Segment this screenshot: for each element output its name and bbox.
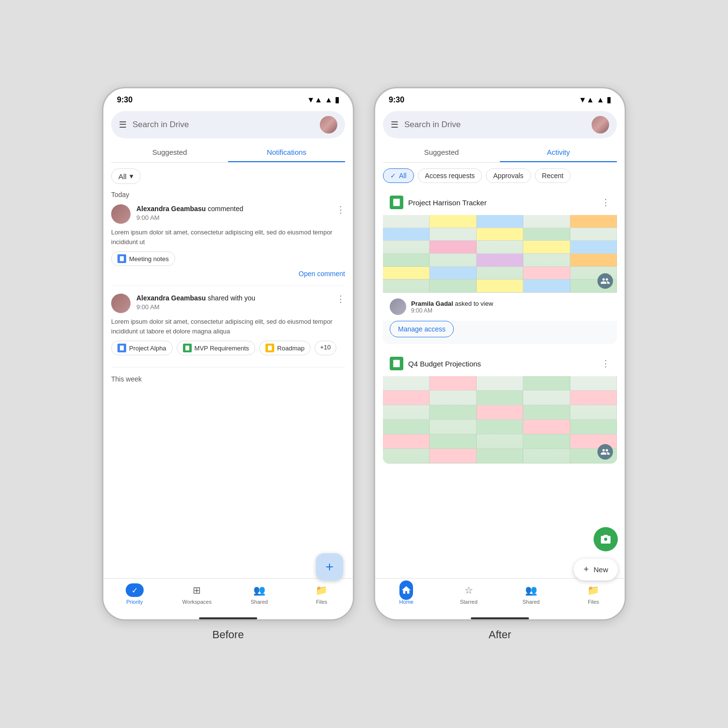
notif-body-2: Lorem ipsum dolor sit amet, consectetur … [111, 317, 345, 336]
filter-row: ✓ All Access requests Approvals Recent [383, 168, 617, 183]
notification-item-2: Alexandra Geambasu shared with you 9:00 … [111, 294, 345, 367]
activity-card-2: Q4 Budget Projections ⋮ [383, 351, 617, 463]
notif-time-1: 9:00 AM [136, 214, 331, 221]
bottom-nav-after: Home ☆ Starred 👥 Shared 📁 Files [375, 578, 625, 614]
file-chips-2: Project Alpha MVP Requirements [111, 341, 345, 355]
search-input-after[interactable]: Search in Drive [404, 120, 586, 130]
filter-access-label: Access requests [425, 172, 475, 180]
shared-avatar-2 [597, 444, 613, 460]
nav-priority[interactable]: ✓ Priority [103, 583, 166, 605]
starred-icon: ☆ [462, 583, 476, 597]
content-after: ✓ All Access requests Approvals Recent [375, 163, 625, 578]
file-chip-roadmap[interactable]: Roadmap [259, 341, 311, 355]
nav-starred-label: Starred [460, 599, 478, 605]
manage-access-btn[interactable]: Manage access [390, 321, 454, 337]
tab-notifications-before[interactable]: Notifications [228, 142, 345, 162]
avatar-after[interactable] [592, 116, 609, 133]
all-dropdown[interactable]: All ▾ [111, 168, 141, 184]
fab-button[interactable]: + [316, 553, 343, 580]
time-after: 9:30 [389, 96, 404, 104]
requester-name-1: Pramila Gadal asked to view [411, 300, 610, 307]
search-input-before[interactable]: Search in Drive [132, 120, 314, 130]
nav-starred[interactable]: ☆ Starred [438, 583, 500, 605]
status-bar-before: 9:30 ▼▲ ▲ ▮ [103, 88, 353, 107]
more-icon-1[interactable]: ⋮ [336, 204, 345, 215]
card2-preview [383, 376, 617, 463]
filter-all[interactable]: ✓ All [383, 168, 414, 183]
doc-icon-4 [265, 344, 274, 352]
nav-priority-label: Priority [126, 599, 143, 605]
more-icon-card1[interactable]: ⋮ [601, 197, 610, 208]
tab-suggested-after[interactable]: Suggested [383, 142, 500, 162]
notif-time-2: 9:00 AM [136, 303, 331, 311]
before-wrapper: 9:30 ▼▲ ▲ ▮ ☰ Search in Drive [102, 87, 354, 641]
notif-name-2: Alexandra Geambasu shared with you [136, 294, 331, 303]
battery-icon-after: ▮ [607, 95, 611, 104]
filter-recent[interactable]: Recent [535, 168, 571, 183]
this-week-header: This week [111, 375, 345, 383]
card1-header: Project Harrison Tracker ⋮ [383, 190, 617, 215]
more-icon-card2[interactable]: ⋮ [601, 358, 610, 369]
nav-shared-label-before: Shared [251, 599, 268, 605]
notif-info-2: Alexandra Geambasu shared with you 9:00 … [136, 294, 331, 311]
file-chip-meeting-notes[interactable]: Meeting notes [111, 251, 175, 266]
home-bar-after [471, 617, 529, 619]
tab-activity-after[interactable]: Activity [500, 142, 617, 162]
filter-approvals[interactable]: Approvals [486, 168, 530, 183]
nav-home[interactable]: Home [375, 583, 438, 605]
nav-shared-after[interactable]: 👥 Shared [500, 583, 563, 605]
svg-rect-4 [120, 346, 124, 350]
new-label: New [594, 565, 608, 574]
card1-action: Pramila Gadal asked to view 9:00 AM [383, 293, 617, 321]
tab-suggested-before[interactable]: Suggested [111, 142, 228, 162]
file-chip-project-alpha[interactable]: Project Alpha [111, 341, 173, 355]
menu-icon-after[interactable]: ☰ [391, 119, 398, 130]
user-avatar-2 [111, 294, 131, 313]
priority-checkmark-icon: ✓ [132, 586, 138, 595]
svg-rect-7 [393, 199, 400, 206]
today-header: Today [111, 191, 345, 199]
time-before: 9:30 [117, 96, 132, 104]
home-icon-container [399, 583, 413, 597]
file-chip-mvp[interactable]: MVP Requirements [177, 341, 255, 355]
nav-shared-before[interactable]: 👥 Shared [228, 583, 291, 605]
status-icons-before: ▼▲ ▲ ▮ [307, 95, 339, 104]
filter-approvals-label: Approvals [493, 172, 523, 180]
dropdown-arrow-icon: ▾ [130, 172, 133, 181]
meeting-notes-label: Meeting notes [129, 255, 169, 263]
svg-rect-6 [268, 346, 272, 350]
doc-icon-1 [117, 254, 126, 263]
nav-files-label-before: Files [316, 599, 327, 605]
after-phone: 9:30 ▼▲ ▲ ▮ ☰ Search in Drive [374, 87, 626, 621]
new-fab-button[interactable]: + New [574, 559, 618, 580]
shared-icon-before: 👥 [252, 583, 266, 597]
avatar-before[interactable] [320, 116, 337, 133]
nav-files-after[interactable]: 📁 Files [563, 583, 625, 605]
status-bar-after: 9:30 ▼▲ ▲ ▮ [375, 88, 625, 107]
search-bar-before[interactable]: ☰ Search in Drive [111, 111, 345, 138]
svg-rect-11 [393, 360, 400, 367]
card2-header: Q4 Budget Projections ⋮ [383, 351, 617, 376]
menu-icon-before[interactable]: ☰ [119, 119, 127, 130]
nav-files-before[interactable]: 📁 Files [291, 583, 353, 605]
all-label: All [118, 172, 127, 181]
notif-name-1: Alexandra Geambasu commented [136, 204, 331, 214]
battery-icon: ▮ [335, 95, 339, 104]
roadmap-label: Roadmap [277, 345, 304, 352]
filter-all-label: All [399, 172, 407, 180]
priority-icon: ✓ [126, 583, 144, 597]
open-comment-btn[interactable]: Open comment [111, 270, 345, 278]
tabs-after: Suggested Activity [383, 142, 617, 163]
status-icons-after: ▼▲ ▲ ▮ [579, 95, 611, 104]
extra-count[interactable]: +10 [314, 341, 336, 355]
filter-access-requests[interactable]: Access requests [418, 168, 482, 183]
requester-avatar-1 [390, 298, 406, 315]
file-chips-1: Meeting notes [111, 251, 345, 266]
before-label: Before [213, 629, 244, 641]
search-bar-after[interactable]: ☰ Search in Drive [383, 111, 617, 138]
notif-info-1: Alexandra Geambasu commented 9:00 AM [136, 204, 331, 221]
nav-workspaces[interactable]: ⊞ Workspaces [166, 583, 229, 605]
plus-icon-new: + [583, 564, 589, 575]
content-before: All ▾ Today Alexandra Geambasu commented [103, 163, 353, 578]
more-icon-2[interactable]: ⋮ [336, 294, 345, 304]
